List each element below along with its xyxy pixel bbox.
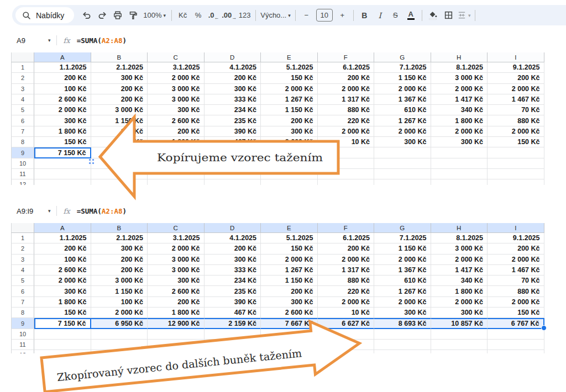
italic-button[interactable]: I	[373, 8, 387, 23]
text-color-button[interactable]: A	[403, 8, 418, 23]
column-header-C[interactable]: C	[148, 223, 205, 233]
cell-G9[interactable]	[374, 147, 431, 158]
cell-D8[interactable]: 467 Kč	[205, 137, 261, 147]
cell-H5[interactable]: 340 Kč	[431, 276, 488, 286]
formula-input-1[interactable]: =SUMA(A2:A8)	[77, 36, 127, 45]
cell-B8[interactable]: 2 000 Kč	[91, 137, 148, 147]
cell-E7[interactable]: 300 Kč	[261, 126, 318, 137]
more-formats-button[interactable]: 123	[237, 8, 252, 23]
cell-B5[interactable]: 3 000 Kč	[91, 105, 148, 115]
cell-F10[interactable]	[318, 158, 375, 169]
cell-C4[interactable]: 3 000 Kč	[148, 265, 205, 276]
row-header-10[interactable]: 10	[11, 158, 34, 169]
cell-E5[interactable]: 1 150 Kč	[261, 105, 318, 115]
cell-D6[interactable]: 235 Kč	[205, 286, 261, 296]
cell-I11[interactable]	[488, 169, 544, 179]
cell-C5[interactable]: 300 Kč	[148, 276, 205, 286]
cell-E5[interactable]: 1 150 Kč	[261, 276, 318, 286]
menus-search-button[interactable]: Nabídky	[15, 7, 74, 23]
cell-D11[interactable]	[205, 169, 261, 179]
cell-D11[interactable]	[205, 340, 261, 350]
cell-A5[interactable]: 2 000 Kč	[34, 105, 91, 115]
row-header-5[interactable]: 5	[11, 105, 34, 115]
cell-C3[interactable]: 3 000 Kč	[148, 255, 205, 265]
cell-D9[interactable]: 2 159 Kč	[205, 318, 261, 329]
cell-B5[interactable]: 3 000 Kč	[91, 276, 148, 286]
cell-F8[interactable]: 10 Kč	[318, 137, 375, 147]
row-header-1[interactable]: 1	[11, 62, 34, 73]
cell-A4[interactable]: 2 600 Kč	[34, 94, 91, 105]
cell-F12[interactable]	[318, 350, 375, 353]
cell-C6[interactable]: 2 600 Kč	[148, 286, 205, 296]
cell-I3[interactable]: 2 000 Kč	[488, 84, 544, 94]
fill-handle[interactable]	[541, 325, 547, 331]
cell-A9[interactable]: 7 150 Kč	[34, 147, 91, 158]
chevron-down-icon[interactable]: ▾	[48, 208, 51, 214]
fill-color-button[interactable]	[426, 8, 441, 23]
cell-I2[interactable]: 200 Kč	[488, 73, 544, 83]
name-box-2[interactable]: A9:I9	[12, 207, 46, 215]
borders-button[interactable]	[441, 8, 456, 23]
increase-font-size-button[interactable]: +	[335, 8, 350, 23]
cell-I12[interactable]	[488, 179, 544, 185]
cell-B4[interactable]: 200 Kč	[91, 265, 148, 276]
cell-A11[interactable]	[34, 169, 91, 179]
drag-copy-indicator[interactable]	[89, 159, 91, 161]
cell-E12[interactable]	[261, 350, 318, 353]
cell-F2[interactable]: 200 Kč	[318, 73, 375, 83]
column-header-D[interactable]: D	[205, 223, 261, 233]
row-header-10[interactable]: 10	[11, 329, 34, 340]
cell-D2[interactable]: 200 Kč	[205, 73, 261, 83]
cell-B7[interactable]: 100 Kč	[91, 297, 148, 308]
column-header-I[interactable]: I	[488, 223, 544, 233]
paint-format-button[interactable]	[125, 8, 140, 23]
cell-A7[interactable]: 1 800 Kč	[34, 126, 91, 137]
corner-cell[interactable]	[11, 52, 34, 62]
cell-C2[interactable]: 2 000 Kč	[148, 243, 205, 254]
cell-A1[interactable]: 1.1.2025	[34, 233, 91, 243]
cell-H3[interactable]: 2 000 Kč	[431, 84, 488, 94]
cell-I7[interactable]: 2 000 Kč	[488, 297, 544, 308]
cell-B11[interactable]	[91, 340, 148, 350]
cell-A4[interactable]: 2 600 Kč	[34, 265, 91, 276]
undo-button[interactable]	[79, 8, 94, 23]
row-header-9[interactable]: 9	[11, 318, 34, 329]
increase-decimals-button[interactable]: .00→	[222, 8, 237, 23]
cell-G1[interactable]: 7.1.2025	[374, 233, 431, 243]
cell-I6[interactable]: 880 Kč	[488, 286, 544, 296]
cell-C8[interactable]: 1 800 Kč	[148, 308, 205, 318]
cell-E4[interactable]: 1 267 Kč	[261, 94, 318, 105]
cell-F8[interactable]: 10 Kč	[318, 308, 375, 318]
cell-B8[interactable]: 2 000 Kč	[91, 308, 148, 318]
cell-H10[interactable]	[431, 158, 488, 169]
cell-E10[interactable]	[261, 329, 318, 340]
font-family-dropdown[interactable]: Výcho... ▾	[259, 8, 292, 23]
cell-F6[interactable]: 220 Kč	[318, 115, 375, 126]
cell-I8[interactable]: 150 Kč	[488, 137, 544, 147]
cell-C3[interactable]: 3 000 Kč	[148, 84, 205, 94]
column-header-G[interactable]: G	[374, 52, 431, 62]
cell-C7[interactable]: 200 Kč	[148, 297, 205, 308]
cell-I9[interactable]	[488, 147, 544, 158]
cell-E6[interactable]: 200 Kč	[261, 286, 318, 296]
cell-H10[interactable]	[431, 329, 488, 340]
cell-H7[interactable]: 2 000 Kč	[431, 297, 488, 308]
cell-A1[interactable]: 1.1.2025	[34, 62, 91, 73]
cell-H12[interactable]	[431, 350, 488, 353]
cell-G8[interactable]: 300 Kč	[374, 308, 431, 318]
cell-D12[interactable]	[205, 350, 261, 353]
cell-H8[interactable]: 300 Kč	[431, 308, 488, 318]
cell-D5[interactable]: 234 Kč	[205, 276, 261, 286]
cell-I4[interactable]: 1 467 Kč	[488, 265, 544, 276]
column-header-B[interactable]: B	[91, 52, 148, 62]
cell-D5[interactable]: 234 Kč	[205, 105, 261, 115]
cell-A8[interactable]: 150 Kč	[34, 137, 91, 147]
cell-A3[interactable]: 100 Kč	[34, 255, 91, 265]
cell-C12[interactable]	[148, 179, 205, 185]
column-header-E[interactable]: E	[261, 223, 318, 233]
cell-E10[interactable]	[261, 158, 318, 169]
cell-F2[interactable]: 200 Kč	[318, 243, 375, 254]
cell-B12[interactable]	[91, 350, 148, 353]
cell-E4[interactable]: 1 267 Kč	[261, 265, 318, 276]
column-header-B[interactable]: B	[91, 223, 148, 233]
